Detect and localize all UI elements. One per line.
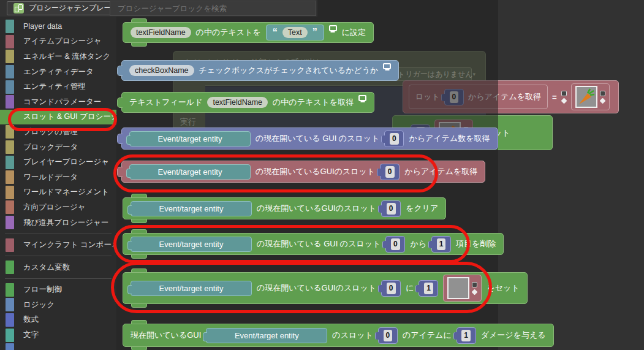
sidebar-item-world-management[interactable]: ワールドマネージメント <box>0 185 116 200</box>
sidebar-item-minecraft-components[interactable]: マインクラフト コンポーネント <box>0 237 116 253</box>
sidebar-item-label: エネルギー & 流体タンク <box>23 51 110 62</box>
sidebar-item-energy-fluid[interactable]: エネルギー & 流体タンク <box>0 49 116 64</box>
sidebar-item-entity-management[interactable]: エンティティ管理 <box>0 79 116 94</box>
sidebar-item-entity-data[interactable]: エンティティデータ <box>0 64 116 80</box>
block-toggle-icon <box>600 91 605 96</box>
sidebar-item-label: マインクラフト コンポーネント <box>23 240 116 250</box>
template-remove-items-from-slot[interactable]: Event/target entity の現在開いている GUI のスロット 0… <box>123 233 504 255</box>
slot-number-value: 0 <box>387 283 396 294</box>
block-text: 現在開いているGUI <box>131 330 201 341</box>
sidebar-item-label: コマンドパラメーター <box>23 97 101 107</box>
sidebar-divider <box>0 230 116 237</box>
block-text: の現在開いているGUIのスロット <box>257 283 376 294</box>
sidebar-item-label: Player data <box>23 22 62 31</box>
entity-dropdown[interactable]: Event/target entity <box>131 237 252 252</box>
client-side-icon <box>383 63 391 69</box>
category-color-bar <box>6 80 14 94</box>
sidebar-item-text[interactable]: 文字 <box>0 327 116 343</box>
template-get-item-from-slot[interactable]: Event/target entity の現在開いているGUIのスロット 0 か… <box>121 161 485 183</box>
template-copy-icon <box>13 3 24 13</box>
sidebar-divider <box>0 275 116 283</box>
sidebar-item-block-data[interactable]: ブロックデータ <box>0 140 116 155</box>
procedure-template-window: イベントトリガー: 外部からの呼び出し 行される: 追加トリガーはありません ▾… <box>0 0 644 350</box>
category-color-bar <box>6 283 14 297</box>
template-get-item-count-from-slot[interactable]: Event/target entity の現在開いている GUI のスロット 0… <box>121 127 498 150</box>
category-color-bar <box>6 20 14 33</box>
sidebar-item-logic[interactable]: ロジック <box>0 297 116 313</box>
count-number-field[interactable]: 1 <box>431 236 451 253</box>
template-damage-item-in-slot[interactable]: 現在開いているGUI Event/target entity のスロット 0 の… <box>123 324 554 347</box>
sidebar-item-slot-gui-procedures[interactable]: スロット & GUI プロシージャ <box>0 110 116 125</box>
slot-number-value: 0 <box>384 330 393 341</box>
count-number-value: 1 <box>437 238 446 250</box>
search-input[interactable] <box>110 1 316 16</box>
template-set-item-in-slot[interactable]: Event/target entity の現在開いているGUIのスロット 0 に… <box>123 272 528 304</box>
category-sidebar: Player data アイテムプロシージャ エネルギー & 流体タンク エンテ… <box>0 17 116 350</box>
textfield-name-field[interactable]: textFieldName <box>131 27 191 38</box>
template-get-textfield-text[interactable]: テキストフィールド textFieldName の中のテキストを取得 <box>121 92 374 113</box>
template-panel-header: プロシージャテンプレート <box>0 0 317 17</box>
item-field-buttons[interactable] <box>472 282 477 294</box>
block-text: からアイテム数を取得 <box>409 133 490 144</box>
category-color-bar <box>6 313 14 327</box>
block-text: チェックボックスがチェックされているかどうか <box>199 65 379 76</box>
block-text: 項目を削除 <box>456 238 496 249</box>
text-value-block[interactable]: “ Text ” <box>266 25 324 40</box>
template-checkbox-is-checked[interactable]: checkBoxName チェックボックスがチェックされているかどうか <box>121 60 399 81</box>
textfield-name-field[interactable]: textFieldName <box>207 97 268 108</box>
sidebar-item-label: ワールドマネージメント <box>23 187 109 197</box>
category-color-bar <box>6 125 14 139</box>
gem-dropdown-icon[interactable] <box>472 289 478 295</box>
template-set-textfield-text[interactable]: textFieldName の中のテキストを “ Text ” に設定 <box>123 22 374 43</box>
close-quote-icon: ” <box>313 28 317 37</box>
sidebar-item-player-procedures[interactable]: プレイヤープロシージャ <box>0 154 116 170</box>
sidebar-item-item-procedures[interactable]: アイテムプロシージャ <box>0 34 116 50</box>
equals-sign: = <box>552 93 557 102</box>
block-text: テキストフィールド <box>129 97 202 108</box>
sidebar-item-label: ブロックの管理 <box>23 127 78 137</box>
entity-dropdown[interactable]: Event/target entity <box>129 164 251 180</box>
block-text: から <box>410 238 426 249</box>
entity-dropdown[interactable]: Event/target entity <box>131 281 252 296</box>
sidebar-item-label: ブロックデータ <box>23 142 78 153</box>
sidebar-item-partial[interactable] <box>0 343 116 350</box>
category-color-bar <box>6 200 14 214</box>
block-text: のスロット <box>332 330 373 341</box>
carrot-item-icon <box>577 88 596 106</box>
slot-number-field[interactable]: 0 <box>381 280 401 297</box>
sidebar-item-flow-control[interactable]: フロー制御 <box>0 283 116 298</box>
block-toggle-icon[interactable] <box>472 282 477 287</box>
entity-dropdown[interactable]: Event/target entity <box>206 328 327 343</box>
entity-dropdown[interactable]: Event/target entity <box>131 201 252 216</box>
item-field-buttons <box>561 91 567 103</box>
slot-number-field[interactable]: 0 <box>385 236 405 253</box>
slot-number-field[interactable]: 0 <box>380 164 400 180</box>
count-number-field[interactable]: 1 <box>419 280 438 297</box>
slot-number-field[interactable]: 0 <box>381 200 401 217</box>
sidebar-item-world-data[interactable]: ワールドデータ <box>0 170 116 185</box>
sidebar-item-custom-variables[interactable]: カスタム変数 <box>0 260 116 275</box>
panel-title: プロシージャテンプレート <box>29 3 119 13</box>
checkbox-name-field[interactable]: checkBoxName <box>129 65 194 76</box>
procedure-template-button[interactable]: プロシージャテンプレート <box>7 1 126 15</box>
block-text: をクリア <box>406 203 438 214</box>
count-number-field[interactable]: 1 <box>456 327 476 344</box>
text-value-field[interactable]: Text <box>282 27 308 38</box>
category-color-bar <box>6 298 14 311</box>
slot-number-field[interactable]: 0 <box>384 131 404 147</box>
template-clear-slot[interactable]: Event/target entity の現在開いているGUIのスロット 0 を… <box>123 197 446 219</box>
sidebar-item-block-management[interactable]: ブロックの管理 <box>0 124 116 140</box>
item-selector-field[interactable] <box>443 275 482 302</box>
sidebar-item-command-parameters[interactable]: コマンドパラメーター <box>0 94 116 110</box>
sidebar-item-math[interactable]: 数式 <box>0 313 116 328</box>
gem-dropdown-icon <box>599 98 605 104</box>
slot-number-value: 0 <box>385 166 395 178</box>
slot-number-field[interactable]: 0 <box>378 327 398 344</box>
sidebar-item-direction-procedures[interactable]: 方向プロシージャ <box>0 200 116 215</box>
sidebar-item-player-data[interactable]: Player data <box>0 19 116 34</box>
block-text: の中のテキストを取得 <box>273 97 354 108</box>
open-quote-icon: “ <box>273 28 278 37</box>
sidebar-item-label: 方向プロシージャ <box>23 202 85 213</box>
sidebar-item-projectile-procedures[interactable]: 飛び道具プロシージャー <box>0 215 116 230</box>
entity-dropdown[interactable]: Event/target entity <box>129 131 251 146</box>
